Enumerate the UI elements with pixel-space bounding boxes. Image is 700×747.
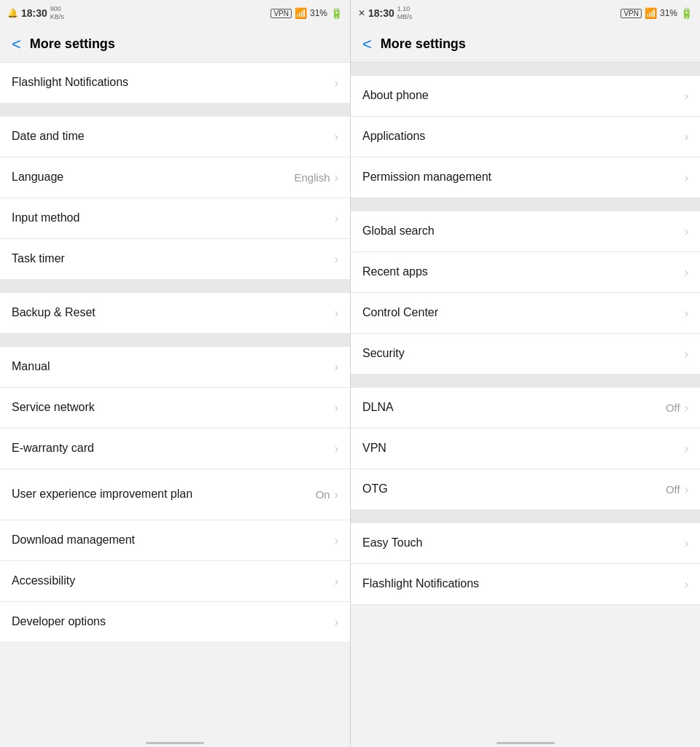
item-label: Flashlight Notifications [362, 568, 685, 601]
item-label: Date and time [12, 120, 335, 153]
list-item[interactable]: Permission management › [351, 157, 700, 198]
chevron-icon: › [685, 402, 688, 415]
chevron-icon: › [685, 578, 688, 591]
list-item[interactable]: User experience improvement plan On › [0, 469, 350, 520]
section-separator [351, 375, 700, 388]
list-item[interactable]: OTG Off › [351, 469, 700, 510]
item-label: Accessibility [12, 565, 335, 598]
chevron-icon: › [335, 130, 338, 144]
list-item[interactable]: Easy Touch › [351, 523, 700, 564]
left-battery-icon: 🔋 [330, 7, 343, 19]
item-label: Service network [12, 391, 335, 424]
list-item[interactable]: Backup & Reset › [0, 293, 350, 334]
item-label: DLNA [362, 391, 666, 424]
right-alarm-icon: ✕ [358, 8, 365, 18]
left-content: Flashlight Notifications › Date and time… [0, 63, 350, 738]
list-item[interactable]: Language English › [0, 157, 350, 198]
chevron-icon: › [335, 253, 338, 266]
list-item[interactable]: Recent apps › [351, 252, 700, 293]
item-label: Applications [362, 120, 685, 153]
right-vpn-badge: VPN [621, 9, 642, 18]
chevron-icon: › [335, 534, 338, 547]
item-label: Security [362, 337, 685, 370]
left-time: 18:30 [21, 7, 47, 19]
list-item[interactable]: Security › [351, 334, 700, 375]
list-item[interactable]: Input method › [0, 198, 350, 239]
chevron-icon: › [685, 537, 688, 550]
list-item[interactable]: Task timer › [0, 239, 350, 280]
list-item[interactable]: Download management › [0, 520, 350, 561]
left-scroll-indicator [0, 738, 350, 747]
list-item[interactable]: Developer options › [0, 602, 350, 643]
chevron-icon: › [685, 90, 688, 103]
item-label: VPN [362, 432, 685, 465]
list-item[interactable]: VPN › [351, 429, 700, 469]
section-separator [351, 63, 700, 76]
section-separator [0, 334, 350, 347]
item-label: Backup & Reset [12, 297, 335, 329]
chevron-icon: › [685, 130, 688, 144]
list-item[interactable]: About phone › [351, 76, 700, 117]
list-item[interactable]: Control Center › [351, 293, 700, 334]
right-content: About phone › Applications › Permission … [351, 63, 700, 738]
list-item[interactable]: DLNA Off › [351, 388, 700, 429]
left-status-left: 🔔 18:30 900 KB/s [7, 5, 64, 21]
list-item[interactable]: Applications › [351, 117, 700, 157]
right-time: 18:30 [368, 7, 394, 19]
left-scroll-bar [146, 742, 204, 744]
chevron-icon: › [335, 488, 338, 501]
list-item[interactable]: Accessibility › [0, 561, 350, 602]
item-label: Control Center [362, 297, 685, 329]
chevron-icon: › [685, 483, 688, 496]
left-status-bar: 🔔 18:30 900 KB/s VPN 📶 31% 🔋 [0, 0, 350, 26]
right-battery-text: 31% [660, 8, 677, 18]
left-wifi-icon: 📶 [295, 7, 307, 19]
right-back-button[interactable]: < [362, 35, 372, 54]
right-speed: 1.10 MB/s [397, 5, 413, 21]
list-item[interactable]: E-warranty card › [0, 429, 350, 469]
left-back-button[interactable]: < [12, 35, 21, 54]
left-alarm-icon: 🔔 [7, 8, 18, 18]
item-label: Input method [12, 202, 335, 235]
list-item[interactable]: Flashlight Notifications › [351, 564, 700, 605]
chevron-icon: › [335, 77, 338, 90]
item-label: E-warranty card [12, 432, 335, 465]
chevron-icon: › [685, 225, 688, 238]
chevron-icon: › [335, 307, 338, 320]
item-label: Download management [12, 524, 335, 557]
list-item[interactable]: Service network › [0, 388, 350, 429]
right-scroll-indicator [351, 738, 700, 747]
right-wifi-icon: 📶 [645, 7, 657, 19]
list-item[interactable]: Date and time › [0, 117, 350, 157]
chevron-icon: › [335, 402, 338, 415]
item-label: Manual [12, 351, 335, 383]
chevron-icon: › [335, 616, 338, 629]
item-label: Global search [362, 215, 685, 248]
chevron-icon: › [685, 266, 688, 279]
right-status-bar: ✕ 18:30 1.10 MB/s VPN 📶 31% 🔋 [351, 0, 700, 26]
left-vpn-badge: VPN [271, 9, 292, 18]
list-item[interactable]: Global search › [351, 211, 700, 252]
item-label: Permission management [362, 161, 685, 194]
chevron-icon: › [685, 171, 688, 184]
section-separator [351, 198, 700, 211]
chevron-icon: › [335, 171, 338, 184]
chevron-icon: › [685, 348, 688, 361]
list-item[interactable]: Flashlight Notifications › [0, 63, 350, 103]
item-label: User experience improvement plan [12, 478, 316, 511]
right-panel: ✕ 18:30 1.10 MB/s VPN 📶 31% 🔋 < More set… [350, 0, 700, 747]
item-label: About phone [362, 79, 685, 112]
list-item[interactable]: Manual › [0, 347, 350, 388]
item-value: English [294, 171, 330, 184]
right-scroll-bar [497, 742, 555, 744]
right-page-title: More settings [381, 36, 466, 52]
left-status-right: VPN 📶 31% 🔋 [271, 7, 343, 19]
chevron-icon: › [335, 212, 338, 225]
item-label: Easy Touch [362, 527, 685, 560]
item-label: OTG [362, 473, 666, 506]
left-speed: 900 KB/s [50, 5, 64, 21]
section-separator [0, 280, 350, 293]
item-label: Recent apps [362, 256, 685, 289]
right-battery-icon: 🔋 [680, 7, 693, 19]
chevron-icon: › [335, 442, 338, 455]
